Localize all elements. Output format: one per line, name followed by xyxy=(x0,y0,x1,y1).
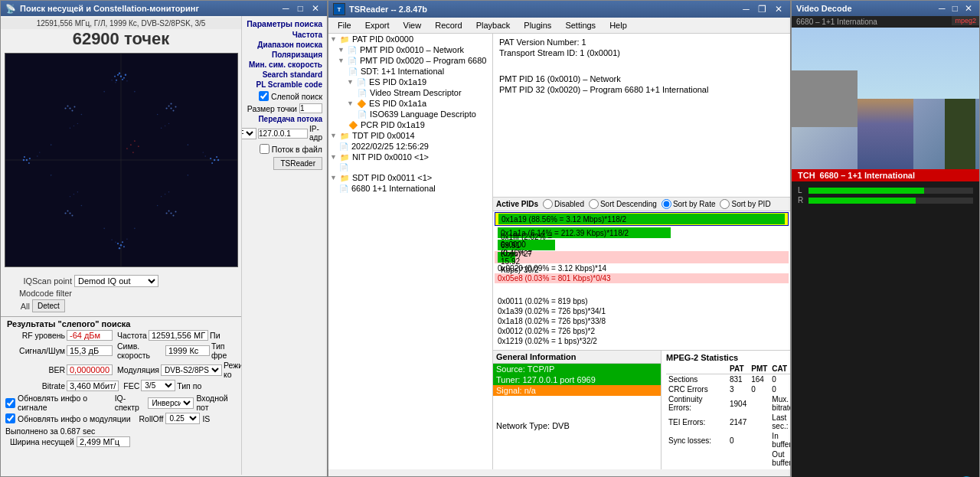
pid-bar-0x1a19[interactable]: 0x1a19 (88.56% = 3.12 Mbps)*118/2 xyxy=(495,212,789,226)
video-minimize-btn[interactable]: ─ xyxy=(936,3,948,14)
searchstd-param-label: Search standard xyxy=(243,70,325,80)
svg-point-59 xyxy=(133,140,135,142)
video-frame xyxy=(792,28,979,169)
tree-pcr[interactable]: 🔶 PCR PID 0x1a19 xyxy=(328,119,492,130)
menu-file[interactable]: File xyxy=(332,19,358,31)
svg-point-20 xyxy=(121,241,122,243)
svg-point-35 xyxy=(165,212,167,214)
menu-bar: File Export View Record Playback Plugins… xyxy=(328,18,790,34)
tree-sdt2[interactable]: ▼ 📁 SDT PID 0x0011 <1> xyxy=(328,172,492,183)
sort-rate-option[interactable]: Sort by Rate xyxy=(662,199,716,209)
type-label: Тип фре xyxy=(211,341,237,360)
tree-sdt2-doc[interactable]: 📄 6680 1+1 International xyxy=(328,183,492,194)
disabled-option[interactable]: Disabled xyxy=(543,199,584,209)
tree-es2[interactable]: ▼ 🔶 ES PID 0x1a1a xyxy=(328,98,492,109)
freq-label2: Частота xyxy=(117,331,147,340)
sort-pid-option[interactable]: Sort by PID xyxy=(720,199,770,209)
info-panel: PAT Version Number: 1 Transport Stream I… xyxy=(493,34,790,198)
tree-tdt[interactable]: ▼ 📁 TDT PID 0x0014 xyxy=(328,130,492,141)
svg-point-47 xyxy=(156,114,158,116)
tree-vsd[interactable]: 📄 Video Stream Descriptor xyxy=(328,87,492,98)
video-maximize-btn[interactable]: □ xyxy=(950,3,960,14)
protocol-select[interactable]: TCP xyxy=(242,128,256,139)
tree-es1[interactable]: ▼ 📄 ES PID 0x1a19 xyxy=(328,77,492,87)
sort-desc-option[interactable]: Sort Descending xyxy=(589,199,657,209)
file-stream-label: Поток в файл xyxy=(272,145,322,154)
blind-search-cb[interactable] xyxy=(259,91,269,101)
svg-point-23 xyxy=(28,162,29,164)
sections-label: Sections xyxy=(666,374,727,385)
level-l-fill xyxy=(808,188,924,194)
menu-view[interactable]: View xyxy=(397,19,428,31)
pid-row-0x05e8[interactable]: 0x05e8 (0.03% = 801 Kbps)*0/43 xyxy=(495,273,789,283)
menu-settings[interactable]: Settings xyxy=(559,19,602,31)
update-signal-cb[interactable] xyxy=(5,398,15,408)
iqscan-maximize-btn[interactable]: □ xyxy=(295,3,306,14)
pid-row-0x0011[interactable]: 0x0011 (0.02% = 819 bps) xyxy=(495,296,789,306)
menu-help[interactable]: Help xyxy=(603,19,633,31)
empty-row2 xyxy=(493,408,661,420)
point-count: 62900 точек xyxy=(1,29,241,49)
svg-point-46 xyxy=(80,114,82,116)
fec-select[interactable]: 3/5 xyxy=(141,380,175,391)
iqscan-titlebar: 📡 Поиск несущей и Constellation-монитори… xyxy=(1,1,327,16)
video-titlebar: Video Decode ─ □ ✕ xyxy=(792,1,979,16)
active-pids-section: Active PIDs Disabled Sort Descending Sor… xyxy=(493,198,790,351)
pid-list[interactable]: 0x1a19 (88.56% = 3.12 Mbps)*118/2 0x1a1a… xyxy=(493,211,790,350)
mod-select[interactable]: DVB-S2/8PSK xyxy=(161,364,222,376)
mod-label: Модуляция xyxy=(117,365,159,374)
menu-plugins[interactable]: Plugins xyxy=(518,19,557,31)
iq-spec-select[interactable]: Инверсия xyxy=(148,397,194,409)
svg-point-10 xyxy=(115,80,116,81)
level-r-bar xyxy=(808,198,973,204)
ipaddr-input[interactable] xyxy=(258,129,308,139)
tsreader-close-btn[interactable]: ✕ xyxy=(772,4,786,15)
mpeg-table: PAT PMT CAT NIT SDT EIT Sections xyxy=(666,364,790,468)
constellation-display xyxy=(5,53,238,267)
svg-point-63 xyxy=(73,126,74,126)
tree-nit[interactable]: ▼ 📁 NIT PID 0x0010 <1> xyxy=(328,152,492,162)
svg-point-18 xyxy=(122,246,124,247)
tree-pmt1[interactable]: ▼ 📄 PMT PID 0x0010 – Network xyxy=(328,44,492,55)
video-close-btn[interactable]: ✕ xyxy=(962,3,975,14)
iqscan-point-select[interactable]: Demod IQ out xyxy=(74,275,158,287)
iqscan-icon: 📡 xyxy=(5,4,16,14)
tree-datetime[interactable]: 📄 2022/02/25 12:56:29 xyxy=(328,141,492,152)
iqscan-close-btn[interactable]: ✕ xyxy=(309,3,322,14)
tsreader-minimize-btn[interactable]: ─ xyxy=(740,4,753,15)
tree-nit-doc[interactable]: 📄 xyxy=(328,162,492,172)
iqscan-minimize-btn[interactable]: ─ xyxy=(279,3,292,14)
codec-label: mpeg2 xyxy=(952,16,979,25)
pid-row-0x0020[interactable]: 0x0020 (0.09% = 3.12 Kbps)*14 xyxy=(495,263,789,273)
svg-point-3 xyxy=(119,76,121,77)
svg-point-31 xyxy=(170,103,172,104)
pid-row-0x0012[interactable]: 0x0012 (0.02% = 726 bps)*2 xyxy=(495,326,789,336)
svg-point-60 xyxy=(126,148,128,149)
tsreader-restore-btn[interactable]: ❐ xyxy=(755,4,769,15)
tree-pat[interactable]: ▼ 📁 PAT PID 0x0000 xyxy=(328,34,492,44)
menu-record[interactable]: Record xyxy=(429,19,468,31)
level-l-bar xyxy=(808,188,973,194)
tsreader-button[interactable]: TSReader xyxy=(273,157,322,170)
file-stream-cb[interactable] xyxy=(260,144,270,154)
pid-row-0x1a39[interactable]: 0x1a39 (0.02% = 726 bps)*34/1 xyxy=(495,306,789,316)
update-mod-cb[interactable] xyxy=(5,413,15,423)
detect-button[interactable]: Detect xyxy=(32,299,65,312)
tch-logo: TCH xyxy=(796,171,817,180)
pid-row-0x1219[interactable]: 0x1219 (0.02% = 1 bps)*32/2 xyxy=(495,336,789,346)
pid-row-0x1a18[interactable]: 0x1a18 (0.02% = 726 bps)*33/8 xyxy=(495,316,789,326)
video-content xyxy=(792,28,979,169)
tree-iso[interactable]: 📄 ISO639 Language Descripto xyxy=(328,109,492,119)
tree-sdt[interactable]: 📄 SDT: 1+1 International xyxy=(328,66,492,77)
menu-playback[interactable]: Playback xyxy=(470,19,517,31)
pid-bar-0x1fff[interactable]: 0x1fff (2.02% = 69.91 Kbps)*27 xyxy=(495,239,789,251)
video-bottom-area: 🌐 xyxy=(792,209,979,477)
svg-point-38 xyxy=(67,106,68,107)
tree-pmt2[interactable]: ▼ 📄 PMT PID 0x0020 – Program 6680 xyxy=(328,55,492,66)
svg-point-50 xyxy=(50,144,51,145)
menu-export[interactable]: Export xyxy=(359,19,396,31)
level-l-label: L xyxy=(798,186,805,194)
ipaddr-label: IP-адр xyxy=(309,125,322,142)
point-size-input[interactable] xyxy=(299,103,322,113)
rolloff-select[interactable]: 0.25 xyxy=(165,413,200,424)
